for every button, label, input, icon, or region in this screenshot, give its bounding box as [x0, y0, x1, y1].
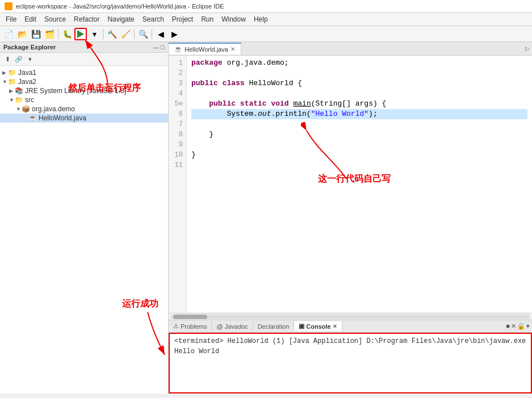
menu-refactor[interactable]: Refactor [70, 14, 103, 24]
new-button[interactable]: 📄 [2, 28, 15, 40]
helloworld-icon: ☕ [28, 114, 37, 122]
search-button[interactable]: 🔍 [137, 28, 149, 40]
expand-org[interactable]: ▼ [16, 106, 22, 112]
tree-item-java2[interactable]: ▼ 📁 Java2 [0, 77, 168, 86]
tab-declaration[interactable]: Declaration [253, 322, 295, 331]
console-output: <terminated> HelloWorld (1) [Java Applic… [169, 333, 532, 393]
minimize-icon[interactable]: — [153, 44, 159, 51]
menu-navigate[interactable]: Navigate [104, 14, 137, 24]
package-explorer: Package Explorer — □ ⬆ 🔗 ▾ ▶ 📁 Java1 ▼ [0, 42, 169, 393]
toolbar-separator-4 [152, 29, 152, 39]
console-line-1: <terminated> HelloWorld (1) [Java Applic… [174, 336, 526, 346]
code-line-7 [191, 119, 527, 129]
tab-helloworld[interactable]: ☕ HelloWorld.java ✕ [169, 43, 241, 55]
app-icon [5, 2, 12, 10]
menu-project[interactable]: Project [169, 14, 196, 24]
menu-bar: File Edit Source Refactor Navigate Searc… [0, 13, 532, 26]
expand-helloworld [23, 115, 28, 121]
src-label: src [25, 96, 34, 104]
bottom-tab-icons: ■ ✕ 🔒 ▾ [504, 322, 532, 330]
line-numbers: 1 2 3 4 5⊖ 6 7 8 9 10 11 [169, 56, 187, 313]
tree-item-java1[interactable]: ▶ 📁 Java1 [0, 68, 168, 77]
expand-jre[interactable]: ▶ [9, 88, 15, 94]
scroll-thumb[interactable] [173, 315, 207, 319]
toolbar-separator-1 [58, 29, 58, 39]
menu-source[interactable]: Source [41, 14, 69, 24]
tab-problems[interactable]: ⚠ Problems [169, 321, 212, 331]
open-button[interactable]: 📂 [16, 28, 28, 40]
panel-toolbar: ⬆ 🔗 ▾ [0, 53, 168, 66]
panel-header-icons: — □ [153, 44, 165, 51]
code-line-9 [191, 140, 527, 150]
run-button[interactable] [74, 28, 87, 40]
bottom-tabs: ⚠ Problems @ Javadoc Declaration ▣ Conso… [169, 320, 532, 333]
toolbar: 📄 📂 💾 🗂️ 🐛 ▾ 🔨 🧹 🔍 ◀ ▶ [0, 26, 532, 42]
title-text: eclipse-workspace - Java2/src/org/java/d… [16, 3, 224, 10]
horizontal-scrollbar[interactable] [169, 313, 532, 320]
tab-problems-label: Problems [181, 323, 207, 330]
tab-javadoc-label: @ Javadoc [216, 323, 248, 330]
problems-icon: ⚠ [173, 322, 179, 330]
debug-button[interactable]: 🐛 [61, 28, 73, 40]
tab-console-label: Console [306, 323, 330, 330]
console-line-2: Hello World [174, 346, 526, 357]
java1-icon: 📁 [8, 69, 16, 77]
save-all-button[interactable]: 🗂️ [43, 28, 56, 40]
editor-tab-scroll[interactable]: ▷ [523, 45, 532, 52]
scroll-lock-icon[interactable]: 🔒 [517, 322, 525, 330]
jre-icon: 📚 [15, 87, 23, 95]
menu-run[interactable]: Run [198, 14, 217, 24]
menu-edit[interactable]: Edit [21, 14, 40, 24]
menu-file[interactable]: File [2, 14, 20, 24]
next-button[interactable]: ◀ [154, 28, 167, 40]
panel-menu-button[interactable]: ▾ [25, 54, 35, 64]
bottom-panel: ⚠ Problems @ Javadoc Declaration ▣ Conso… [169, 320, 532, 393]
menu-window[interactable]: Window [218, 14, 249, 24]
code-line-11 [191, 160, 527, 170]
tree-item-src[interactable]: ▼ 📁 src [0, 95, 168, 104]
console-icon: ▣ [299, 322, 304, 330]
tree-item-org[interactable]: ▼ 📦 org.java.demo [0, 104, 168, 114]
jre-label: JRE System Library [JavaSE-1.8] [25, 87, 126, 95]
console-menu-icon[interactable]: ▾ [526, 322, 530, 330]
java1-label: Java1 [18, 69, 36, 77]
tab-javadoc[interactable]: @ Javadoc [212, 322, 253, 331]
expand-src[interactable]: ▼ [9, 97, 15, 103]
expand-java2[interactable]: ▼ [2, 79, 8, 85]
scroll-track [171, 315, 530, 319]
editor-area: ☕ HelloWorld.java ✕ ▷ 1 2 3 4 5⊖ 6 7 8 9 [169, 42, 532, 313]
tab-helloworld-close[interactable]: ✕ [231, 46, 235, 52]
save-button[interactable]: 💾 [30, 28, 42, 40]
menu-search[interactable]: Search [139, 14, 167, 24]
tab-helloworld-label: HelloWorld.java [185, 46, 228, 53]
package-explorer-header: Package Explorer — □ [0, 42, 168, 53]
file-tree: ▶ 📁 Java1 ▼ 📁 Java2 ▶ 📚 JRE System Libra… [0, 66, 168, 393]
prev-button[interactable]: ▶ [168, 28, 181, 40]
code-line-2 [191, 68, 527, 78]
console-active-icon: ✕ [333, 324, 337, 329]
clear-console-icon[interactable]: ✕ [511, 322, 516, 330]
tab-console[interactable]: ▣ Console ✕ [294, 321, 342, 331]
expand-java1[interactable]: ▶ [2, 70, 8, 76]
code-line-4 [191, 89, 527, 99]
src-icon: 📁 [15, 96, 23, 104]
stop-icon[interactable]: ■ [506, 322, 510, 330]
menu-help[interactable]: Help [250, 14, 271, 24]
clean-button[interactable]: 🧹 [119, 28, 132, 40]
helloworld-label: HelloWorld.java [39, 114, 86, 122]
collapse-all-button[interactable]: ⬆ [2, 54, 12, 64]
link-editor-button[interactable]: 🔗 [14, 54, 24, 64]
tree-item-jre[interactable]: ▶ 📚 JRE System Library [JavaSE-1.8] [0, 86, 168, 95]
code-content[interactable]: package org.java.demo; public class Hell… [187, 56, 532, 313]
toolbar-separator-2 [103, 29, 103, 39]
tree-item-helloworld[interactable]: ☕ HelloWorld.java [0, 114, 168, 123]
package-explorer-title: Package Explorer [3, 44, 56, 51]
org-icon: 📦 [22, 105, 30, 113]
code-line-8: } [191, 129, 527, 140]
build-button[interactable]: 🔨 [106, 28, 118, 40]
code-line-5: public static void main(String[] args) { [191, 99, 527, 109]
maximize-icon[interactable]: □ [161, 44, 165, 51]
run-last-button[interactable]: ▾ [88, 28, 100, 40]
code-line-1: package org.java.demo; [191, 58, 527, 68]
run-icon [77, 30, 84, 38]
